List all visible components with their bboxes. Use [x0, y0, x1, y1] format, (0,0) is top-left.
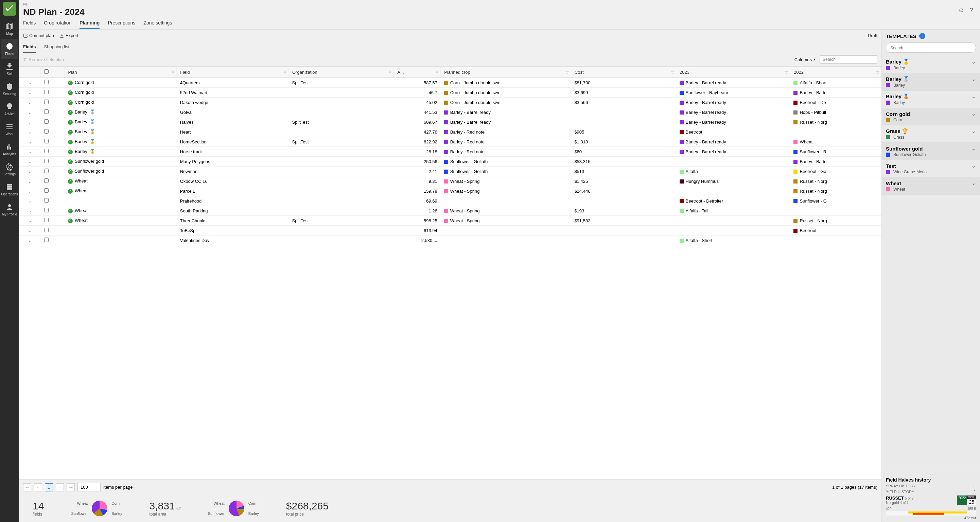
table-search[interactable] — [819, 56, 877, 64]
filter-icon[interactable]: ▽ — [172, 70, 174, 74]
page-prev-button[interactable]: ‹ — [34, 483, 42, 492]
row-checkbox[interactable] — [44, 90, 49, 94]
subtab-fields[interactable]: Fields — [23, 41, 36, 53]
table-row[interactable]: ⌄Corn gold4QuartersSplitTest587.57Corn -… — [19, 78, 881, 88]
expand-row-button[interactable]: ⌄ — [19, 78, 41, 88]
subtab-shopping-list[interactable]: Shopping list — [44, 41, 69, 53]
templates-search[interactable] — [886, 43, 976, 53]
page-number-button[interactable]: 1 — [45, 483, 53, 492]
chevron-down-icon[interactable]: ⌄ — [972, 59, 976, 65]
chevron-down-icon[interactable]: ⌄ — [972, 76, 976, 82]
column-header[interactable]: 2023▽ — [676, 67, 791, 78]
row-checkbox[interactable] — [44, 218, 49, 222]
sidebar-item-advice[interactable]: Advice — [2, 99, 18, 119]
row-checkbox[interactable] — [44, 80, 49, 84]
table-row[interactable]: ⌄WheatParcel1159.78Wheat - Spring$24,446… — [19, 186, 881, 196]
search-input[interactable] — [822, 57, 873, 62]
tab-zone-settings[interactable]: Zone settings — [143, 20, 172, 29]
expand-row-button[interactable]: ⌄ — [19, 97, 41, 107]
template-item[interactable]: Barley 🥉⌄Barley — [882, 91, 980, 108]
expand-row-button[interactable]: ⌄ — [19, 137, 41, 147]
chevron-down-icon[interactable]: ⌄ — [972, 163, 976, 169]
chevron-up-icon[interactable]: ⌃ — [973, 490, 976, 494]
sidebar-item-fields[interactable]: Fields — [2, 39, 18, 59]
sidebar-item-settings[interactable]: Settings — [2, 159, 18, 180]
page-size-select[interactable]: 100 ⌄ — [78, 483, 100, 492]
table-row[interactable]: ⌄Sunflower goldNewman2.41Sunflower - Gol… — [19, 167, 881, 177]
row-checkbox[interactable] — [44, 169, 49, 173]
page-next-button[interactable]: › — [56, 483, 64, 492]
table-row[interactable]: ⌄Barley 🥇Horse track28.18Barley - Red no… — [19, 147, 881, 157]
table-row[interactable]: ⌄Barley 🥇HomeSectionSplitTest622.92Barle… — [19, 137, 881, 147]
expand-row-button[interactable]: ⌄ — [19, 196, 41, 206]
row-checkbox[interactable] — [44, 208, 49, 212]
expand-row-button[interactable]: ⌄ — [19, 167, 41, 177]
expand-row-button[interactable]: ⌄ — [19, 88, 41, 97]
expand-row-button[interactable]: ⌄ — [19, 206, 41, 216]
table-row[interactable]: ⌄WheatSouth Parking1.26Wheat - Spring$19… — [19, 206, 881, 216]
sidebar-item-profile[interactable]: My Profile — [2, 199, 18, 220]
tab-planning[interactable]: Planning — [80, 20, 100, 29]
filter-icon[interactable]: ▽ — [436, 70, 438, 74]
breadcrumb[interactable]: ND — [23, 2, 976, 6]
expand-row-button[interactable]: ⌄ — [19, 107, 41, 117]
chevron-down-icon[interactable]: ⌄ — [972, 180, 976, 186]
template-item[interactable]: Sunflower gold⌄Sunflower-Goliath — [882, 143, 980, 160]
chevron-down-icon[interactable]: ⌄ — [972, 94, 976, 100]
expand-row-button[interactable]: ⌄ — [19, 157, 41, 167]
expand-row-button[interactable]: ⌄ — [19, 117, 41, 127]
templates-expand-icon[interactable]: → — [919, 33, 925, 39]
sidebar-item-soil[interactable]: Soil — [2, 59, 18, 79]
expand-row-button[interactable]: ⌄ — [19, 147, 41, 157]
row-checkbox[interactable] — [44, 110, 49, 114]
table-row[interactable]: ⌄Corn goldDakota wedge45.02Corn - Jumbo … — [19, 97, 881, 107]
row-checkbox[interactable] — [44, 119, 49, 124]
column-header[interactable]: Cost▽ — [571, 67, 676, 78]
tab-crop-rotation[interactable]: Crop rotation — [44, 20, 72, 29]
filter-icon[interactable]: ▽ — [785, 70, 788, 74]
filter-icon[interactable]: ▽ — [566, 70, 569, 74]
filter-icon[interactable]: ▽ — [877, 70, 879, 74]
column-header[interactable]: Plan▽ — [65, 67, 177, 78]
table-row[interactable]: ⌄Barley 🥈Golva441.53Barley - Barrel read… — [19, 107, 881, 117]
template-item[interactable]: Barley 🥇⌄Barley — [882, 56, 980, 73]
row-checkbox[interactable] — [44, 198, 49, 202]
table-row[interactable]: ⌄Valentines Day2,530....Alfalfa - Short — [19, 236, 881, 245]
page-last-button[interactable]: ⇥ — [67, 483, 75, 492]
table-row[interactable]: ⌄ToBeSplit613.94Beetroot — [19, 226, 881, 236]
sidebar-item-scouting[interactable]: Scouting — [2, 79, 18, 99]
commit-plan-button[interactable]: Commit plan — [23, 33, 54, 38]
sidebar-item-operations[interactable]: Operations — [2, 180, 18, 199]
expand-row-button[interactable]: ⌄ — [19, 177, 41, 186]
expand-row-button[interactable]: ⌄ — [19, 216, 41, 226]
row-checkbox[interactable] — [44, 188, 49, 193]
chevron-down-icon[interactable]: ⌄ — [972, 111, 976, 117]
filter-icon[interactable]: ▽ — [389, 70, 391, 74]
table-row[interactable]: ⌄WheatOxbow CC 169.31Wheat - Spring$1,42… — [19, 177, 881, 186]
select-all-checkbox[interactable] — [44, 69, 49, 74]
chevron-down-icon[interactable]: ⌄ — [973, 484, 976, 489]
row-checkbox[interactable] — [44, 139, 49, 143]
column-header[interactable]: A...▽ — [394, 67, 441, 78]
expand-row-button[interactable]: ⌄ — [19, 236, 41, 245]
sidebar-item-map[interactable]: Map — [2, 19, 18, 39]
sidebar-item-analytics[interactable]: Analytics — [2, 139, 18, 159]
table-row[interactable]: ⌄Barley 🥇Heart427.76Barley - Red note$90… — [19, 127, 881, 137]
column-header[interactable]: Field▽ — [177, 67, 289, 78]
expand-row-button[interactable]: ⌄ — [19, 127, 41, 137]
row-checkbox[interactable] — [44, 129, 49, 134]
column-header[interactable]: 2022▽ — [790, 67, 881, 78]
page-first-button[interactable]: ⇤ — [23, 483, 31, 492]
sidebar-item-work[interactable]: Work — [2, 119, 18, 139]
template-item[interactable]: Test⌄Wine Grape-Merlot — [882, 160, 980, 177]
row-checkbox[interactable] — [44, 159, 49, 163]
table-row[interactable]: ⌄WheatThreeChunksSplitTest598.25Wheat - … — [19, 216, 881, 226]
column-header[interactable]: Organization▽ — [289, 67, 394, 78]
filter-icon[interactable]: ▽ — [671, 70, 674, 74]
column-header[interactable]: Planned crop▽ — [441, 67, 571, 78]
row-checkbox[interactable] — [44, 237, 49, 242]
table-row[interactable]: ⌄Prairehood69.69Beetroot - DetroiterSunf… — [19, 196, 881, 206]
feedback-icon[interactable]: ☺ — [958, 7, 964, 14]
row-checkbox[interactable] — [44, 149, 49, 153]
chevron-down-icon[interactable]: ⌄ — [972, 128, 976, 134]
